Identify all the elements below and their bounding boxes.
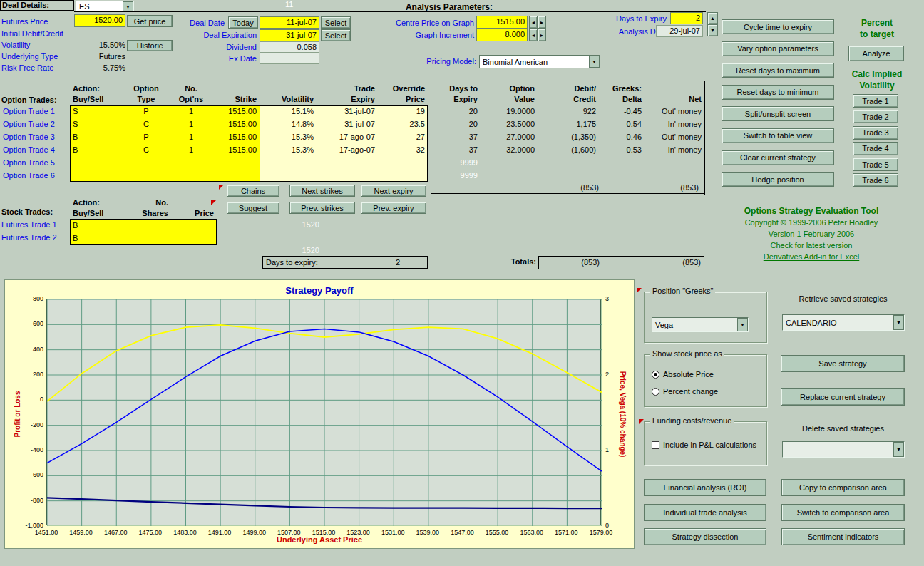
option-cell-strike[interactable] xyxy=(212,169,260,182)
radio-percent-change[interactable]: Percent change xyxy=(652,387,718,396)
cycle-spin-down-icon[interactable]: ▼ xyxy=(707,24,718,36)
chevron-down-icon[interactable]: ▼ xyxy=(893,315,904,330)
graph-increment-cell[interactable]: 8.000 xyxy=(476,29,528,41)
cycle-time-to-expiry-button[interactable]: Cycle time to expiry xyxy=(722,19,834,34)
vary-option-parameters-button[interactable]: Vary option parameters xyxy=(722,41,834,56)
option-cell-expiry[interactable]: 17-ago-07 xyxy=(317,143,378,156)
option-cell-strike[interactable]: 1515.00 xyxy=(212,143,260,156)
trade-1-button[interactable]: Trade 1 xyxy=(853,94,898,108)
option-cell-volatility[interactable] xyxy=(260,156,317,169)
option-cell-type[interactable]: P xyxy=(123,130,170,143)
symbol-dropdown[interactable]: ES ▼ xyxy=(76,1,134,12)
option-cell-type[interactable]: P xyxy=(123,105,170,118)
dividend-cell[interactable]: 0.058 xyxy=(260,41,319,53)
option-cell-action[interactable]: B xyxy=(70,143,123,156)
futures-price-cell[interactable]: 1520.00 xyxy=(74,14,125,27)
pricing-model-dropdown[interactable]: Binomial American ▼ xyxy=(479,55,600,68)
centre-price-spin-down-icon[interactable]: ◄ xyxy=(529,16,538,29)
option-cell-action[interactable] xyxy=(70,169,123,182)
option-cell-volatility[interactable]: 14.8% xyxy=(260,118,317,130)
historic-button[interactable]: Historic xyxy=(127,40,173,51)
financial-analysis-roi-button[interactable]: Financial analysis (ROI) xyxy=(644,479,766,496)
radio-absolute-price[interactable]: Absolute Price xyxy=(652,370,714,379)
prev-expiry-button[interactable]: Prev. expiry xyxy=(361,202,426,214)
trade-6-button[interactable]: Trade 6 xyxy=(853,173,898,187)
days-to-expiry-cell[interactable]: 2 xyxy=(670,12,703,24)
next-expiry-button[interactable]: Next expiry xyxy=(361,185,426,197)
option-cell-optns[interactable]: 1 xyxy=(170,130,212,143)
chains-button[interactable]: Chains xyxy=(227,185,279,197)
stock-cell-price[interactable] xyxy=(171,232,217,245)
sentiment-indicators-button[interactable]: Sentiment indicators xyxy=(781,528,905,545)
derivatives-addin-link[interactable]: Derivatives Add-in for Excel xyxy=(764,252,860,261)
option-cell-expiry[interactable]: 31-jul-07 xyxy=(317,105,378,118)
reset-days-to-maximum-button[interactable]: Reset days to maximum xyxy=(722,63,834,78)
delete-strategies-dropdown[interactable]: ▼ xyxy=(782,441,905,458)
save-strategy-button[interactable]: Save strategy xyxy=(781,355,905,372)
chevron-down-icon[interactable]: ▼ xyxy=(737,318,748,331)
option-cell-override[interactable]: 27 xyxy=(378,130,428,143)
graph-increment-spin-down-icon[interactable]: ◄ xyxy=(529,29,538,41)
select-deal-date-button[interactable]: Select xyxy=(321,16,351,29)
option-cell-volatility[interactable]: 15.3% xyxy=(260,130,317,143)
option-cell-expiry[interactable] xyxy=(317,169,378,182)
stock-cell-action[interactable]: B xyxy=(70,219,123,232)
centre-price-spin-up-icon[interactable]: ► xyxy=(538,16,546,29)
checkbox-icon[interactable] xyxy=(652,441,659,449)
option-cell-action[interactable]: B xyxy=(70,130,123,143)
centre-price-cell[interactable]: 1515.00 xyxy=(476,16,528,29)
stock-cell-action[interactable]: B xyxy=(70,232,123,245)
clear-current-strategy-button[interactable]: Clear current strategy xyxy=(722,150,834,165)
option-cell-optns[interactable]: 1 xyxy=(170,143,212,156)
hedge-position-button[interactable]: Hedge position xyxy=(722,172,834,187)
analyze-button[interactable]: Analyze xyxy=(848,46,904,61)
chevron-down-icon[interactable]: ▼ xyxy=(589,56,600,68)
option-cell-strike[interactable]: 1515.00 xyxy=(212,118,260,130)
option-cell-strike[interactable]: 1515.00 xyxy=(212,105,260,118)
option-cell-strike[interactable]: 1515.00 xyxy=(212,130,260,143)
split-unsplit-screen-button[interactable]: Split/unsplit screen xyxy=(722,106,834,121)
option-cell-optns[interactable] xyxy=(170,169,212,182)
option-cell-override[interactable]: 23.5 xyxy=(378,118,428,130)
option-cell-type[interactable]: C xyxy=(123,118,170,130)
radio-icon[interactable] xyxy=(652,371,659,379)
option-cell-expiry[interactable]: 17-ago-07 xyxy=(317,130,378,143)
option-cell-override[interactable]: 32 xyxy=(378,143,428,156)
option-cell-optns[interactable] xyxy=(170,156,212,169)
stock-cell-shares[interactable] xyxy=(123,232,171,245)
option-cell-type[interactable] xyxy=(123,169,170,182)
replace-current-strategy-button[interactable]: Replace current strategy xyxy=(781,388,905,406)
trade-5-button[interactable]: Trade 5 xyxy=(853,158,898,171)
stock-cell-price[interactable] xyxy=(171,219,217,232)
option-cell-volatility[interactable]: 15.3% xyxy=(260,143,317,156)
retrieve-strategies-dropdown[interactable]: CALENDARIO ▼ xyxy=(782,314,905,331)
greeks-dropdown[interactable]: Vega ▼ xyxy=(652,317,749,332)
radio-icon[interactable] xyxy=(652,388,659,396)
option-cell-type[interactable]: C xyxy=(123,143,170,156)
select-deal-expiration-button[interactable]: Select xyxy=(321,29,351,41)
option-cell-expiry[interactable] xyxy=(317,156,378,169)
check-latest-version-link[interactable]: Check for latest version xyxy=(771,241,853,249)
stock-cell-shares[interactable] xyxy=(123,219,171,232)
option-cell-optns[interactable]: 1 xyxy=(170,118,212,130)
next-strikes-button[interactable]: Next strikes xyxy=(289,185,355,197)
trade-2-button[interactable]: Trade 2 xyxy=(853,110,898,123)
trade-4-button[interactable]: Trade 4 xyxy=(853,142,898,155)
option-cell-volatility[interactable]: 15.1% xyxy=(260,105,317,118)
today-button[interactable]: Today xyxy=(228,16,258,29)
strategy-dissection-button[interactable]: Strategy dissection xyxy=(644,528,766,545)
option-cell-override[interactable] xyxy=(378,156,428,169)
switch-to-table-view-button[interactable]: Switch to table view xyxy=(722,128,834,143)
include-pl-checkbox[interactable]: Include in P&L calculations xyxy=(652,441,756,449)
deal-date-cell[interactable]: 11-jul-07 xyxy=(260,16,319,29)
option-cell-override[interactable] xyxy=(378,169,428,182)
prev-strikes-button[interactable]: Prev. strikes xyxy=(289,202,355,214)
chevron-down-icon[interactable]: ▼ xyxy=(123,1,133,11)
chevron-down-icon[interactable]: ▼ xyxy=(893,442,904,457)
deal-expiration-cell[interactable]: 31-jul-07 xyxy=(260,29,319,41)
option-cell-action[interactable]: S xyxy=(70,105,123,118)
option-cell-override[interactable]: 19 xyxy=(378,105,428,118)
trade-3-button[interactable]: Trade 3 xyxy=(853,126,898,140)
copy-to-comparison-area-button[interactable]: Copy to comparison area xyxy=(781,479,905,496)
suggest-button[interactable]: Suggest xyxy=(227,202,279,214)
